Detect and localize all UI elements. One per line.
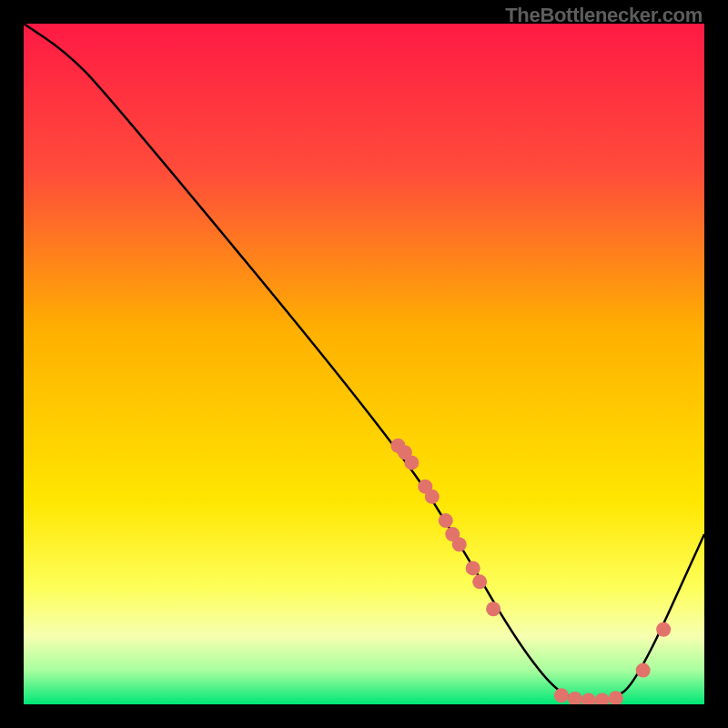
data-marker — [472, 574, 487, 589]
bottleneck-chart — [24, 24, 704, 704]
watermark-text: TheBottlenecker.com — [505, 4, 703, 27]
data-marker — [439, 513, 453, 528]
data-marker — [466, 561, 480, 575]
data-marker — [404, 455, 419, 470]
data-marker — [486, 602, 500, 616]
data-marker — [425, 490, 440, 504]
chart-background — [24, 24, 704, 704]
chart-svg — [24, 24, 704, 704]
data-marker — [636, 663, 651, 678]
data-marker — [656, 622, 671, 637]
data-marker — [554, 688, 569, 703]
data-marker — [452, 537, 467, 551]
